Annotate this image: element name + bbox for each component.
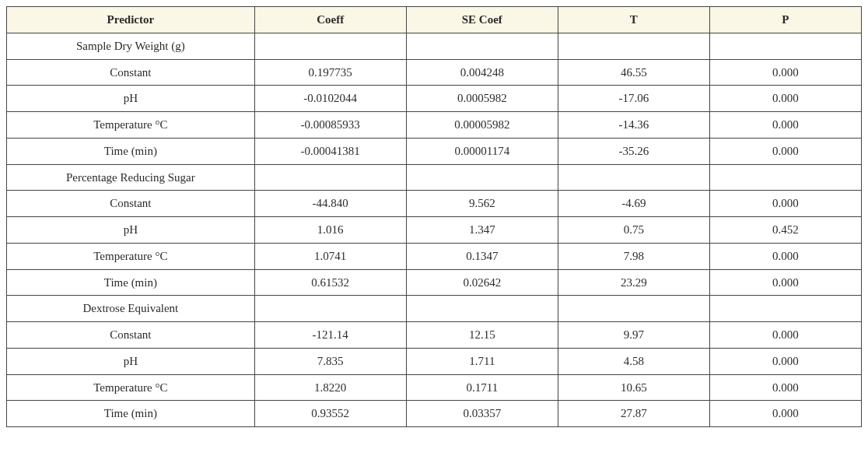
header-se-coef: SE Coef	[406, 7, 558, 33]
blank-cell	[709, 33, 861, 59]
section-header-row: Dextrose Equivalent	[7, 296, 862, 322]
table-row: Temperature °C1.07410.13477.980.000	[7, 243, 862, 269]
t-cell: 10.65	[558, 374, 709, 401]
blank-cell	[406, 296, 558, 322]
secoef-cell: 9.562	[406, 191, 558, 217]
t-cell: 7.98	[558, 243, 709, 269]
predictor-cell: Time (min)	[7, 269, 255, 296]
blank-cell	[406, 164, 558, 191]
coeff-cell: -0.00041381	[254, 138, 406, 164]
section-title: Percentage Reducing Sugar	[7, 164, 255, 191]
coeff-cell: 0.197735	[254, 59, 406, 86]
blank-cell	[709, 296, 861, 322]
t-cell: -14.36	[558, 112, 709, 139]
p-cell: 0.000	[709, 374, 861, 401]
coeff-cell: 0.61532	[254, 269, 406, 296]
table-row: Constant-44.8409.562-4.690.000	[7, 191, 862, 217]
coeff-cell: -44.840	[254, 191, 406, 217]
p-cell: 0.000	[709, 112, 861, 139]
p-cell: 0.000	[709, 138, 861, 164]
coeff-cell: 7.835	[254, 348, 406, 374]
predictor-cell: Constant	[7, 191, 255, 217]
blank-cell	[254, 33, 406, 59]
secoef-cell: 0.03357	[406, 401, 558, 427]
p-cell: 0.000	[709, 191, 861, 217]
coeff-cell: -0.00085933	[254, 112, 406, 139]
header-coeff: Coeff	[254, 7, 406, 33]
section-header-row: Percentage Reducing Sugar	[7, 164, 862, 191]
secoef-cell: 1.711	[406, 348, 558, 374]
section-title: Dextrose Equivalent	[7, 296, 255, 322]
coeff-cell: -0.0102044	[254, 86, 406, 112]
coeff-cell: 0.93552	[254, 401, 406, 427]
t-cell: 27.87	[558, 401, 709, 427]
predictor-cell: Constant	[7, 322, 255, 349]
p-cell: 0.452	[709, 217, 861, 244]
p-cell: 0.000	[709, 243, 861, 269]
t-cell: -35.26	[558, 138, 709, 164]
coeff-cell: 1.016	[254, 217, 406, 244]
table-row: Temperature °C-0.000859330.00005982-14.3…	[7, 112, 862, 139]
p-cell: 0.000	[709, 59, 861, 86]
p-cell: 0.000	[709, 401, 861, 427]
predictor-cell: Temperature °C	[7, 243, 255, 269]
t-cell: -4.69	[558, 191, 709, 217]
t-cell: -17.06	[558, 86, 709, 112]
t-cell: 9.97	[558, 322, 709, 349]
regression-table: Predictor Coeff SE Coef T P Sample Dry W…	[6, 6, 862, 427]
predictor-cell: Time (min)	[7, 138, 255, 164]
coeff-cell: -121.14	[254, 322, 406, 349]
p-cell: 0.000	[709, 269, 861, 296]
secoef-cell: 0.0005982	[406, 86, 558, 112]
table-body: Sample Dry Weight (g)Constant0.1977350.0…	[7, 33, 862, 426]
secoef-cell: 1.347	[406, 217, 558, 244]
p-cell: 0.000	[709, 348, 861, 374]
predictor-cell: Temperature °C	[7, 374, 255, 401]
blank-cell	[254, 164, 406, 191]
predictor-cell: pH	[7, 86, 255, 112]
header-row: Predictor Coeff SE Coef T P	[7, 7, 862, 33]
t-cell: 46.55	[558, 59, 709, 86]
table-row: Time (min)-0.000413810.00001174-35.260.0…	[7, 138, 862, 164]
p-cell: 0.000	[709, 322, 861, 349]
predictor-cell: Temperature °C	[7, 112, 255, 139]
predictor-cell: Time (min)	[7, 401, 255, 427]
table-row: Constant-121.1412.159.970.000	[7, 322, 862, 349]
secoef-cell: 0.02642	[406, 269, 558, 296]
table-row: Time (min)0.615320.0264223.290.000	[7, 269, 862, 296]
table-row: pH7.8351.7114.580.000	[7, 348, 862, 374]
header-predictor: Predictor	[7, 7, 255, 33]
predictor-cell: pH	[7, 348, 255, 374]
secoef-cell: 0.004248	[406, 59, 558, 86]
secoef-cell: 12.15	[406, 322, 558, 349]
coeff-cell: 1.0741	[254, 243, 406, 269]
blank-cell	[558, 164, 709, 191]
table-row: Time (min)0.935520.0335727.870.000	[7, 401, 862, 427]
table-row: pH-0.01020440.0005982-17.060.000	[7, 86, 862, 112]
table-row: Temperature °C1.82200.171110.650.000	[7, 374, 862, 401]
t-cell: 4.58	[558, 348, 709, 374]
table-row: pH1.0161.3470.750.452	[7, 217, 862, 244]
secoef-cell: 0.1347	[406, 243, 558, 269]
blank-cell	[558, 296, 709, 322]
blank-cell	[709, 164, 861, 191]
blank-cell	[558, 33, 709, 59]
secoef-cell: 0.00005982	[406, 112, 558, 139]
blank-cell	[406, 33, 558, 59]
p-cell: 0.000	[709, 86, 861, 112]
section-title: Sample Dry Weight (g)	[7, 33, 255, 59]
header-p: P	[709, 7, 861, 33]
coeff-cell: 1.8220	[254, 374, 406, 401]
secoef-cell: 0.00001174	[406, 138, 558, 164]
table-row: Constant0.1977350.00424846.550.000	[7, 59, 862, 86]
blank-cell	[254, 296, 406, 322]
header-t: T	[558, 7, 709, 33]
predictor-cell: Constant	[7, 59, 255, 86]
secoef-cell: 0.1711	[406, 374, 558, 401]
t-cell: 23.29	[558, 269, 709, 296]
t-cell: 0.75	[558, 217, 709, 244]
predictor-cell: pH	[7, 217, 255, 244]
section-header-row: Sample Dry Weight (g)	[7, 33, 862, 59]
